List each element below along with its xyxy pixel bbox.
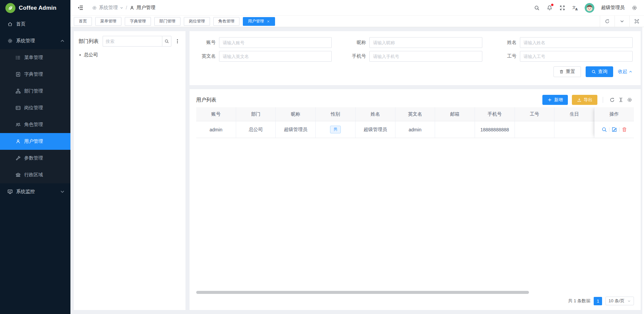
gear-icon bbox=[92, 5, 97, 10]
delete-icon[interactable] bbox=[622, 127, 627, 132]
page-number-button[interactable]: 1 bbox=[594, 297, 602, 305]
sidebar-item-role-management[interactable]: 角色管理 bbox=[0, 116, 70, 133]
tab-user-management[interactable]: 用户管理 bbox=[243, 17, 275, 26]
sidebar-menu: 首页 系统管理 菜单管理 字典管理 部门管理 bbox=[0, 16, 70, 200]
user-name[interactable]: 超级管理员 bbox=[601, 5, 625, 11]
tab-role-management[interactable]: 角色管理 bbox=[213, 17, 239, 26]
download-icon bbox=[577, 98, 582, 102]
column-header-dept[interactable]: 部门 bbox=[236, 107, 276, 121]
column-header-job-no[interactable]: 工号 bbox=[515, 107, 555, 121]
row-density-icon[interactable] bbox=[616, 96, 625, 104]
sidebar-item-system-monitor[interactable]: 系统监控 bbox=[0, 183, 70, 200]
fullscreen-icon[interactable] bbox=[559, 5, 565, 11]
tree-node-head-office[interactable]: 总公司 bbox=[78, 52, 181, 58]
column-header-email[interactable]: 邮箱 bbox=[435, 107, 475, 121]
operation-divider bbox=[619, 127, 620, 132]
search-form-card: 账号 昵称 姓名 英文名 bbox=[190, 31, 641, 85]
refresh-tab-icon[interactable] bbox=[600, 16, 614, 27]
id-card-icon bbox=[15, 105, 21, 111]
edit-icon[interactable] bbox=[611, 127, 617, 132]
export-button[interactable]: 导出 bbox=[572, 95, 597, 105]
job-number-input[interactable] bbox=[520, 51, 633, 62]
search-icon[interactable] bbox=[534, 5, 540, 11]
pagination-total: 共 1 条数据 bbox=[568, 298, 590, 304]
user-table: 账号 部门 昵称 性别 姓名 英文名 邮箱 手机号 工号 生日 bbox=[196, 107, 634, 295]
search-icon bbox=[164, 39, 169, 44]
system-management-submenu: 菜单管理 字典管理 部门管理 岗位管理 角色管理 bbox=[0, 49, 70, 183]
column-header-birthday[interactable]: 生日 bbox=[554, 107, 594, 121]
home-icon bbox=[7, 21, 13, 27]
breadcrumb-section[interactable]: 系统管理 bbox=[92, 5, 123, 11]
column-header-en-name[interactable]: 英文名 bbox=[395, 107, 435, 121]
name-input[interactable] bbox=[520, 37, 633, 48]
sidebar-item-menu-management[interactable]: 菜单管理 bbox=[0, 49, 70, 66]
account-input[interactable] bbox=[219, 37, 332, 48]
toolbar-divider bbox=[603, 97, 603, 103]
column-settings-gear-icon[interactable] bbox=[625, 96, 634, 104]
sidebar-item-param-management[interactable]: 参数管理 bbox=[0, 150, 70, 167]
reset-button[interactable]: 重置 bbox=[553, 66, 581, 77]
leaf-logo-icon bbox=[5, 3, 15, 13]
query-button[interactable]: 查询 bbox=[586, 66, 613, 77]
sidebar-item-user-management[interactable]: 用户管理 bbox=[0, 133, 70, 150]
tab-post-management[interactable]: 岗位管理 bbox=[184, 17, 210, 26]
sidebar-item-home[interactable]: 首页 bbox=[0, 16, 70, 33]
english-name-input[interactable] bbox=[219, 51, 332, 62]
page-content: 部门列表 总公司 账号 bbox=[70, 27, 644, 314]
column-header-name[interactable]: 姓名 bbox=[356, 107, 395, 121]
content-maximize-icon[interactable] bbox=[629, 16, 644, 27]
tab-dict-management[interactable]: 字典管理 bbox=[125, 17, 151, 26]
cell-nickname: 超级管理员 bbox=[276, 121, 316, 138]
sidebar-item-system-management[interactable]: 系统管理 bbox=[0, 33, 70, 49]
tab-dept-management[interactable]: 部门管理 bbox=[154, 17, 180, 26]
roles-icon bbox=[15, 122, 21, 127]
breadcrumb-separator: / bbox=[126, 5, 127, 10]
tabs-dropdown-icon[interactable] bbox=[614, 16, 629, 27]
department-search-button[interactable] bbox=[162, 36, 171, 47]
table-row[interactable]: admin 总公司 超级管理员 男 超级管理员 admin 1888888888… bbox=[196, 121, 634, 138]
user-list-header: 用户列表 新增 导出 bbox=[196, 92, 634, 107]
department-panel-title: 部门列表 bbox=[78, 38, 99, 45]
table-refresh-icon[interactable] bbox=[608, 96, 616, 104]
collapse-link[interactable]: 收起 bbox=[618, 69, 633, 75]
nickname-input[interactable] bbox=[369, 37, 482, 48]
notification-bell-icon[interactable] bbox=[546, 5, 552, 11]
tab-menu-management[interactable]: 菜单管理 bbox=[95, 17, 121, 26]
horizontal-scrollbar-thumb[interactable] bbox=[196, 291, 529, 294]
main-area: 系统管理 / 用户管理 超级管理员 首页 菜单管理 bbox=[70, 0, 644, 314]
menu-fold-icon[interactable] bbox=[77, 4, 85, 11]
department-search-input[interactable] bbox=[103, 36, 162, 47]
phone-input[interactable] bbox=[369, 51, 482, 62]
column-header-nickname[interactable]: 昵称 bbox=[276, 107, 316, 121]
pagination-bar: 共 1 条数据 1 10 条/页 bbox=[196, 295, 634, 307]
department-more-icon[interactable] bbox=[174, 39, 181, 44]
column-header-account[interactable]: 账号 bbox=[196, 107, 236, 121]
cell-dept: 总公司 bbox=[236, 121, 276, 138]
page-size-select[interactable]: 10 条/页 bbox=[605, 297, 634, 305]
add-user-button[interactable]: 新增 bbox=[542, 95, 568, 105]
chevron-down-icon bbox=[120, 6, 123, 10]
app-logo[interactable]: Coffee Admin bbox=[0, 0, 70, 16]
sidebar-item-dept-management[interactable]: 部门管理 bbox=[0, 83, 70, 100]
user-list-title: 用户列表 bbox=[196, 97, 216, 103]
field-account: 账号 bbox=[198, 37, 332, 48]
view-icon[interactable] bbox=[601, 127, 607, 132]
list-icon bbox=[15, 55, 21, 60]
user-avatar[interactable] bbox=[585, 3, 594, 13]
column-header-gender[interactable]: 性别 bbox=[316, 107, 356, 121]
window-scrollbar-track[interactable] bbox=[642, 27, 644, 314]
tab-home[interactable]: 首页 bbox=[74, 17, 92, 26]
gear-icon bbox=[7, 38, 13, 44]
field-english-name: 英文名 bbox=[198, 51, 332, 62]
column-header-phone[interactable]: 手机号 bbox=[475, 107, 515, 121]
close-icon[interactable] bbox=[267, 20, 270, 23]
sidebar-item-post-management[interactable]: 岗位管理 bbox=[0, 100, 70, 116]
search-form: 账号 昵称 姓名 英文名 bbox=[198, 37, 633, 62]
sidebar-item-dict-management[interactable]: 字典管理 bbox=[0, 66, 70, 83]
user-list-card: 用户列表 新增 导出 bbox=[190, 89, 641, 310]
translate-icon[interactable] bbox=[572, 5, 578, 11]
sidebar-item-admin-region[interactable]: 行政区域 bbox=[0, 167, 70, 183]
field-job-number: 工号 bbox=[498, 51, 633, 62]
settings-gear-icon[interactable] bbox=[631, 5, 637, 11]
field-nickname: 昵称 bbox=[348, 37, 482, 48]
